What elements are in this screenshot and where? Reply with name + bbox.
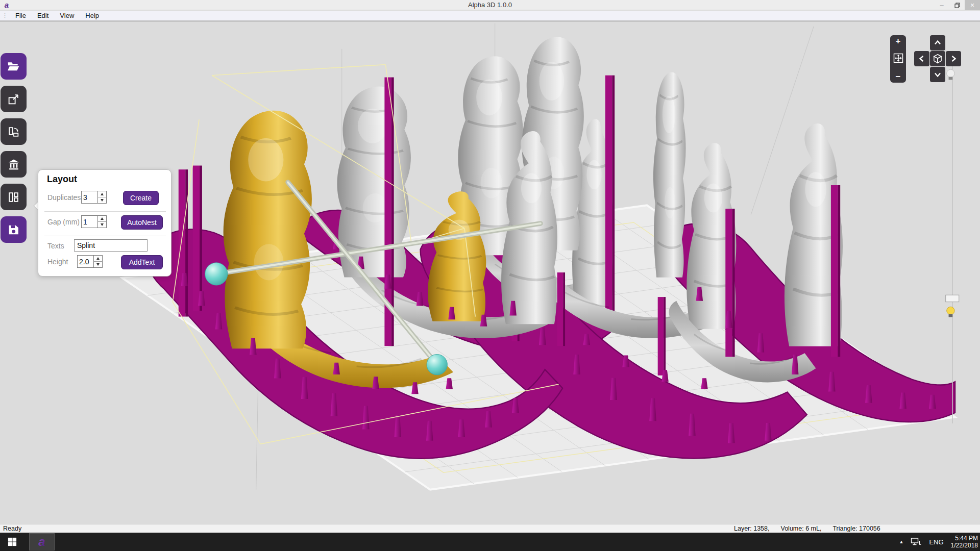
open-file-button[interactable] [1, 53, 27, 80]
layout-button[interactable] [1, 184, 27, 210]
divider [44, 211, 166, 212]
pan-icon [893, 53, 903, 63]
view-cube-button[interactable] [930, 51, 945, 66]
restore-button[interactable] [949, 0, 965, 10]
height-input[interactable] [77, 255, 94, 268]
duplicates-spin-down[interactable] [98, 197, 106, 203]
status-triangle: Triangle: 170056 [832, 525, 880, 532]
chevron-up-icon [933, 38, 942, 47]
window-title: Alpha 3D 1.0.0 [0, 1, 980, 9]
gap-spin-up[interactable] [98, 216, 106, 221]
menu-edit[interactable]: Edit [32, 12, 54, 19]
zoom-out-button[interactable]: − [896, 72, 901, 81]
duplicates-input[interactable] [81, 191, 98, 204]
windows-logo-icon [8, 537, 17, 546]
rotate-left-button[interactable] [914, 51, 929, 66]
manipulator-sphere-right[interactable] [427, 355, 447, 375]
network-icon[interactable] [911, 537, 922, 546]
system-tray: ▲ ENG 5:44 PM 1/22/2018 [899, 533, 978, 551]
status-volume: Volume: 6 mL, [781, 525, 822, 532]
taskbar-app-alpha3d[interactable]: a [29, 533, 55, 550]
open-folder-icon [7, 60, 20, 72]
create-button[interactable]: Create [123, 191, 159, 205]
addtext-button[interactable]: AddText [121, 255, 163, 269]
height-spin-down[interactable] [94, 261, 102, 267]
rotate-button[interactable] [1, 118, 27, 145]
clock[interactable]: 5:44 PM 1/22/2018 [951, 535, 978, 549]
screen: a Alpha 3D 1.0.0 – × ⋮ File Edit View He… [0, 0, 980, 551]
status-ready: Ready [3, 525, 21, 532]
duplicates-spin-up[interactable] [98, 191, 106, 197]
title-bar: a Alpha 3D 1.0.0 – × [0, 0, 980, 10]
menu-file[interactable]: File [10, 12, 32, 19]
zoom-in-button[interactable]: + [896, 37, 901, 45]
menu-grip-icon: ⋮ [2, 12, 7, 19]
viewport-3d[interactable]: Layout Duplicates Create Gap (mm) AutoNe… [0, 21, 980, 524]
cube-icon [932, 53, 943, 64]
rotate-down-button[interactable] [930, 67, 945, 82]
rotate-up-button[interactable] [930, 35, 945, 51]
clock-date: 1/22/2018 [951, 542, 978, 549]
layout-grid-icon [7, 191, 20, 204]
rotate-dpad [914, 35, 962, 83]
scale-icon [7, 93, 20, 106]
gap-label: Gap (mm) [47, 218, 80, 226]
chevron-right-icon [949, 54, 958, 63]
start-button[interactable] [0, 533, 24, 551]
clock-time: 5:44 PM [951, 535, 978, 542]
chevron-left-icon [917, 54, 926, 63]
light-slider[interactable] [946, 51, 959, 423]
menu-help[interactable]: Help [80, 12, 105, 19]
support-structure-icon [7, 158, 20, 171]
taskbar: a ▲ ENG 5:44 PM 1/22/2018 [0, 533, 980, 551]
tray-expand-button[interactable]: ▲ [899, 539, 904, 544]
alpha3d-app-icon: a [35, 535, 49, 549]
restore-icon [954, 3, 960, 8]
zoom-controls: + − [890, 35, 906, 83]
height-label: Height [47, 258, 68, 266]
support-button[interactable] [1, 151, 27, 178]
save-button[interactable] [1, 216, 27, 243]
chevron-down-icon [933, 70, 942, 79]
layout-panel: Layout Duplicates Create Gap (mm) AutoNe… [38, 169, 172, 277]
duplicates-spinner[interactable] [81, 191, 107, 204]
height-spinner[interactable] [77, 255, 103, 268]
duplicates-label: Duplicates [47, 193, 81, 202]
autonest-button[interactable]: AutoNest [121, 215, 163, 230]
manipulator-sphere-left[interactable] [205, 263, 228, 285]
menu-view[interactable]: View [54, 12, 80, 19]
gap-spinner[interactable] [81, 215, 107, 228]
language-indicator[interactable]: ENG [929, 538, 943, 546]
rotate-icon [7, 126, 20, 138]
save-floppy-icon [7, 223, 20, 236]
lightbulb-icon [947, 307, 954, 317]
texts-label: Texts [47, 242, 64, 250]
status-bar: Ready Layer: 1358, Volume: 6 mL, Triangl… [0, 524, 980, 533]
minimize-button[interactable]: – [934, 0, 949, 10]
status-layer: Layer: 1358, [734, 525, 770, 532]
scale-button[interactable] [1, 86, 27, 112]
gap-input[interactable] [81, 215, 98, 228]
texts-input[interactable] [74, 239, 148, 252]
close-button[interactable]: × [965, 0, 980, 10]
light-slider-handle[interactable] [946, 295, 959, 302]
rotate-right-button[interactable] [946, 51, 961, 66]
pan-button[interactable] [893, 53, 903, 65]
gap-spin-down[interactable] [98, 221, 106, 228]
panel-title: Layout [47, 174, 77, 185]
divider [44, 236, 166, 236]
height-spin-up[interactable] [94, 256, 102, 261]
menu-bar: ⋮ File Edit View Help [0, 11, 980, 20]
svg-text:a: a [38, 535, 45, 548]
